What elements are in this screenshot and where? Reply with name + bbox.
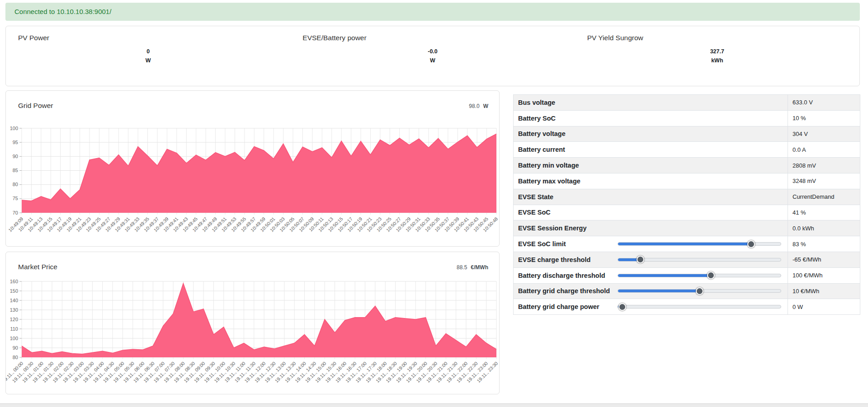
y-axis-label: 160 [10,279,18,284]
chart-title: Market Price [18,263,57,271]
slider-thumb[interactable] [618,303,626,311]
slider-track[interactable] [618,242,781,246]
table-row: Battery current0.0 A [514,142,860,158]
battery-grid-charge-power-value: 0 W [788,299,860,315]
label-cell: Battery current [514,142,788,158]
table-row: EVSE StateCurrentDemand [514,189,860,205]
label-cell: EVSE charge threshold [514,252,788,267]
evse-soc-value: 41 % [788,205,860,220]
area-series [22,134,496,213]
slider-thumb[interactable] [637,256,644,263]
evse-soc-limit-value: 83 % [788,236,860,252]
dashboard-page: Connected to 10.10.10.38:9001/ PV Power … [0,0,868,407]
battery-soc-label: Battery SoC [518,115,556,122]
connection-status-banner: Connected to 10.10.10.38:9001/ [5,3,860,21]
battery-grid-charge-threshold-value: 10 €/MWh [788,283,860,299]
slider-track[interactable] [618,305,781,309]
grid-power-card: Grid Power 98.0W 10:49:0910:49:1110:49:1… [5,90,500,247]
chart-current-value: 98.0W [469,103,488,109]
label-cell: Battery discharge threshold [514,267,788,283]
table-row: EVSE SoC limit83 % [514,236,860,252]
y-axis-label: 80 [13,182,18,187]
label-cell: EVSE State [514,189,788,205]
y-axis-label: 100 [10,126,18,131]
status-panel: Bus voltage633.0 VBattery SoC10 %Battery… [513,94,860,394]
evse-soc-limit-slider[interactable] [618,240,781,248]
grid-power-chart: 10:49:0910:49:1110:49:1310:49:1510:49:17… [6,112,499,247]
area-series [22,283,496,357]
chart-title: Grid Power [18,102,53,110]
metric-pv-power: PV Power 0 W [6,26,290,86]
battery-min-voltage-value: 2808 mV [788,158,860,173]
battery-min-voltage-label: Battery min voltage [518,162,579,169]
battery-discharge-threshold-label: Battery discharge threshold [518,272,605,279]
metric-evse-battery-power: EVSE/Battery power -0.0 W [290,26,575,86]
y-axis-label: 95 [13,140,18,145]
battery-discharge-threshold-slider[interactable] [618,271,781,280]
label-cell: EVSE SoC limit [514,236,788,252]
battery-grid-charge-threshold-label: Battery grid charge threshold [518,287,610,295]
table-row: Battery discharge threshold100 €/MWh [514,267,860,283]
table-row: EVSE Session Energy0.0 kWh [514,220,860,236]
slider-thumb[interactable] [747,240,755,248]
label-cell: EVSE Session Energy [514,220,788,236]
y-axis-label: 150 [10,288,18,294]
battery-max-voltage-value: 3248 mV [788,173,860,189]
bus-voltage-label: Bus voltage [518,99,555,106]
y-axis-label: 90 [13,345,18,351]
y-axis-label: 90 [13,154,18,159]
battery-max-voltage-label: Battery max voltage [518,178,580,185]
battery-current-value: 0.0 A [788,142,860,158]
label-cell: EVSE SoC [514,205,788,220]
battery-voltage-value: 304 V [788,126,860,142]
y-axis-label: 75 [13,196,18,201]
y-axis-label: 80 [13,355,18,360]
battery-grid-charge-power-label: Battery grid charge power [518,303,599,310]
slider-fill [618,290,699,292]
battery-discharge-threshold-value: 100 €/MWh [788,267,860,283]
table-row: Battery voltage304 V [514,126,860,142]
slider-thumb[interactable] [696,287,703,295]
label-cell: Bus voltage [514,95,788,111]
y-axis-label: 130 [10,307,18,313]
battery-current-label: Battery current [518,146,565,153]
y-axis-label: 70 [13,210,18,215]
y-axis-label: 110 [10,326,18,332]
metric-value: 0 [6,48,290,55]
table-row: EVSE SoC41 % [514,205,860,220]
market-price-chart: 19.11., 00:0019.11., 00:3019.11., 01:001… [6,273,499,395]
y-axis-label: 100 [10,336,18,341]
metrics-card: PV Power 0 W EVSE/Battery power -0.0 W P… [5,26,860,86]
evse-session-energy-value: 0.0 kWh [788,220,860,236]
evse-soc-label: EVSE SoC [518,209,551,216]
label-cell: Battery grid charge power [514,299,788,315]
label-cell: Battery grid charge threshold [514,283,788,299]
connection-status-text: Connected to 10.10.10.38:9001/ [14,8,111,15]
slider-thumb[interactable] [707,271,715,279]
battery-grid-charge-threshold-slider[interactable] [618,287,781,295]
bus-voltage-value: 633.0 V [788,95,860,111]
charts-column: Grid Power 98.0W 10:49:0910:49:1110:49:1… [5,90,500,394]
metric-unit: kWh [575,57,859,64]
label-cell: Battery max voltage [514,173,788,189]
slider-track[interactable] [618,274,781,277]
evse-session-energy-label: EVSE Session Energy [518,225,587,232]
table-row: Battery max voltage3248 mV [514,173,860,189]
market-price-card: Market Price 88.5€/MWh 19.11., 00:0019.1… [5,252,500,394]
y-axis-label: 140 [10,298,18,303]
metric-value: 327.7 [575,48,859,55]
battery-soc-value: 10 % [788,110,860,126]
label-cell: Battery voltage [514,126,788,142]
evse-charge-threshold-slider[interactable] [618,256,781,264]
metric-title: PV Yield Sungrow [575,34,859,42]
label-cell: Battery min voltage [514,158,788,173]
metric-pv-yield-sungrow: PV Yield Sungrow 327.7 kWh [575,26,859,86]
label-cell: Battery SoC [514,110,788,126]
battery-voltage-label: Battery voltage [518,130,566,137]
y-axis-label: 120 [10,317,18,322]
evse-state-label: EVSE State [518,193,553,201]
battery-grid-charge-power-slider[interactable] [618,303,781,311]
footer-strip [0,403,868,407]
slider-fill [618,243,751,245]
evse-charge-threshold-label: EVSE charge threshold [518,256,590,263]
